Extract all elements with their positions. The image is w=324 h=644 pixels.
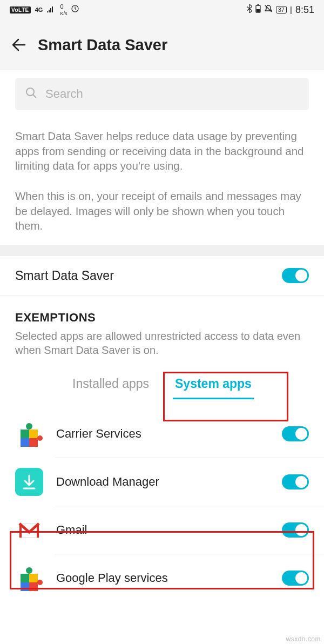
svg-point-6 xyxy=(37,435,43,441)
svg-rect-2 xyxy=(257,4,259,5)
svg-rect-3 xyxy=(256,9,260,12)
app-row-carrier-services: Carrier Services xyxy=(0,410,324,458)
status-right: 37 ǀ 8:51 xyxy=(247,4,314,16)
exemptions-section: EXEMPTIONS Selected apps are allowed unr… xyxy=(0,296,324,357)
svg-point-9 xyxy=(26,567,32,574)
signal-icon xyxy=(47,5,56,15)
tab-installed-apps[interactable]: Installed apps xyxy=(70,370,151,399)
search-icon xyxy=(25,86,38,102)
description-block: Smart Data Saver helps reduce data usage… xyxy=(0,110,324,245)
app-switch[interactable] xyxy=(282,522,309,538)
volte-badge: VoLTE xyxy=(10,6,31,14)
battery-saver-icon xyxy=(255,4,261,15)
svg-point-4 xyxy=(26,88,34,96)
app-name: Carrier Services xyxy=(56,427,269,441)
clock-time: 8:51 xyxy=(295,4,314,16)
svg-point-10 xyxy=(37,580,43,585)
gmail-icon xyxy=(15,516,43,544)
search-box[interactable] xyxy=(15,78,309,110)
svg-point-5 xyxy=(26,423,32,430)
tab-system-apps[interactable]: System apps xyxy=(173,370,254,399)
battery-level: 37 xyxy=(276,6,287,14)
smart-data-saver-toggle-row: Smart Data Saver xyxy=(0,256,324,296)
description-p1: Smart Data Saver helps reduce data usage… xyxy=(15,129,309,173)
speed-indicator: 0K/s xyxy=(60,3,67,16)
app-row-download-manager: Download Manager xyxy=(55,458,324,506)
tabs: Installed apps System apps xyxy=(0,370,324,399)
page-title: Smart Data Saver xyxy=(38,36,167,54)
app-name: Gmail xyxy=(56,523,269,537)
carrier-services-icon xyxy=(15,420,43,448)
google-play-services-icon xyxy=(15,564,43,592)
bluetooth-icon xyxy=(247,4,252,15)
clock-icon xyxy=(71,5,79,15)
smart-data-saver-label: Smart Data Saver xyxy=(15,269,114,283)
search-container xyxy=(0,70,324,110)
app-switch[interactable] xyxy=(282,426,309,441)
battery-icon: ǀ xyxy=(290,6,292,14)
app-list: Carrier Services Download Manager Gmail … xyxy=(0,410,324,602)
search-input[interactable] xyxy=(45,87,299,101)
download-manager-icon xyxy=(15,468,43,496)
app-header: Smart Data Saver xyxy=(0,19,324,70)
app-row-google-play-services: Google Play services xyxy=(55,554,324,602)
back-arrow-icon[interactable] xyxy=(11,37,27,53)
exemptions-subtext: Selected apps are allowed unrestricted a… xyxy=(15,329,309,357)
app-switch[interactable] xyxy=(282,571,309,586)
app-switch[interactable] xyxy=(282,474,309,489)
status-bar: VoLTE 4G 0K/s 37 ǀ 8:51 xyxy=(0,0,324,19)
network-type: 4G xyxy=(35,6,43,13)
smart-data-saver-switch[interactable] xyxy=(282,268,309,283)
app-name: Download Manager xyxy=(56,475,269,489)
section-divider xyxy=(0,245,324,256)
app-row-gmail: Gmail xyxy=(55,506,324,554)
watermark: wsxdn.com xyxy=(286,635,321,643)
mute-icon xyxy=(264,4,273,15)
exemptions-heading: EXEMPTIONS xyxy=(15,311,309,325)
status-left: VoLTE 4G 0K/s xyxy=(10,3,79,16)
app-name: Google Play services xyxy=(56,571,269,585)
description-p2: When this is on, your receipt of emails … xyxy=(15,189,309,233)
